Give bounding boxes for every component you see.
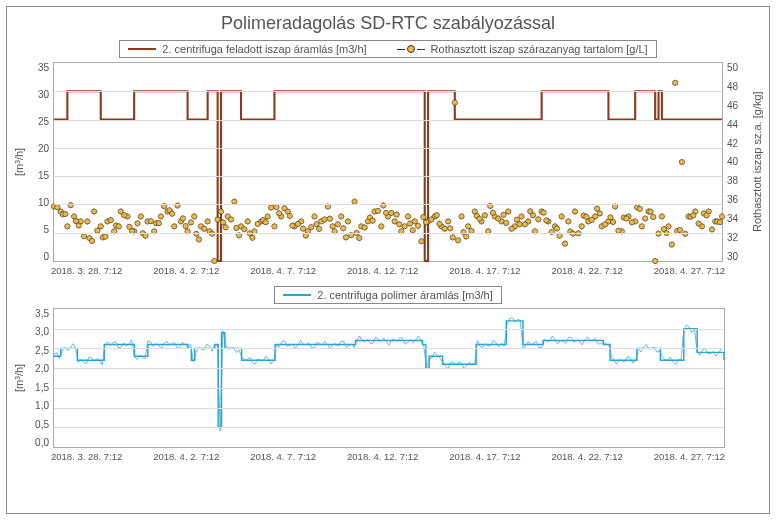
svg-point-255	[170, 211, 175, 216]
svg-point-421	[541, 210, 546, 215]
svg-point-383	[455, 238, 460, 243]
svg-point-399	[490, 210, 495, 215]
svg-point-49	[205, 219, 210, 224]
svg-point-307	[287, 213, 292, 218]
svg-point-121	[445, 219, 450, 224]
svg-point-231	[116, 224, 121, 229]
svg-point-139	[506, 209, 511, 214]
svg-point-287	[242, 227, 247, 232]
svg-point-401	[496, 216, 501, 221]
svg-point-225	[103, 234, 108, 239]
svg-point-373	[434, 213, 439, 218]
svg-point-209	[63, 211, 68, 216]
spacer	[751, 308, 763, 448]
svg-point-267	[196, 237, 201, 242]
svg-point-45	[192, 214, 197, 219]
svg-point-5	[65, 224, 70, 229]
svg-point-365	[415, 223, 420, 228]
svg-point-445	[594, 206, 599, 211]
svg-point-109	[405, 214, 410, 219]
svg-point-371	[429, 217, 434, 222]
svg-point-53	[218, 209, 223, 214]
svg-point-293	[255, 221, 260, 226]
svg-point-419	[536, 217, 541, 222]
svg-point-377	[442, 226, 447, 231]
top-y-left-label: [m³/h]	[13, 62, 25, 262]
legend-label: Rothasztott iszap szárazanyag tartalom […	[431, 43, 648, 55]
svg-point-249	[156, 221, 161, 226]
svg-point-359	[402, 224, 407, 229]
svg-point-495	[704, 213, 709, 218]
svg-point-275	[215, 217, 220, 222]
svg-point-317	[308, 225, 313, 230]
swatch-line-brown	[128, 48, 156, 50]
top-legend: 2. centrifuga feladott iszap áramlás [m3…	[119, 40, 656, 58]
svg-point-341	[362, 225, 367, 230]
svg-point-347	[375, 208, 380, 213]
svg-point-479	[669, 242, 674, 247]
svg-point-431	[562, 241, 567, 246]
svg-point-381	[450, 235, 455, 240]
svg-point-361	[407, 221, 412, 226]
legend-label: 2. centrifuga polimer áramlás [m3/h]	[317, 289, 492, 301]
svg-point-263	[188, 220, 193, 225]
bot-y-left-label: [m³/h]	[13, 308, 25, 448]
top-y-right-label: Rothasztott iszap sz.a. [g/kg]	[751, 62, 763, 262]
svg-point-501	[717, 220, 722, 225]
svg-point-227	[108, 218, 113, 223]
svg-point-461	[629, 220, 634, 225]
svg-point-459	[624, 216, 629, 221]
svg-point-465	[637, 206, 642, 211]
svg-point-407	[509, 226, 514, 231]
svg-point-447	[597, 211, 602, 216]
svg-point-127	[465, 224, 470, 229]
svg-point-299	[268, 205, 273, 210]
top-plot-area	[53, 62, 723, 262]
svg-point-283	[234, 225, 239, 230]
svg-point-325	[327, 216, 332, 221]
svg-point-321	[316, 226, 321, 231]
svg-point-367	[421, 215, 426, 220]
svg-point-113	[419, 239, 424, 244]
svg-point-355	[394, 212, 399, 217]
svg-point-219	[89, 239, 94, 244]
svg-point-81	[312, 214, 317, 219]
svg-point-279	[223, 225, 228, 230]
svg-point-91	[345, 219, 350, 224]
svg-point-393	[477, 216, 482, 221]
svg-point-395	[482, 213, 487, 218]
svg-point-57	[232, 199, 237, 204]
svg-point-451	[608, 215, 613, 220]
svg-point-405	[504, 220, 509, 225]
svg-point-67	[265, 214, 270, 219]
svg-point-329	[335, 222, 340, 227]
legend-item-polymer: 2. centrifuga polimer áramlás [m3/h]	[283, 289, 492, 301]
svg-point-243	[143, 233, 148, 238]
bot-y-left-axis: 3,53,02,52,01,51,00,50,0	[27, 308, 53, 448]
svg-point-269	[202, 226, 207, 231]
svg-point-403	[501, 212, 506, 217]
svg-point-467	[642, 216, 647, 221]
svg-point-309	[290, 223, 295, 228]
top-chart: 2. centrifuga feladott iszap áramlás [m3…	[13, 40, 763, 276]
swatch-line-blue	[283, 294, 311, 296]
svg-point-291	[250, 235, 255, 240]
svg-point-215	[76, 223, 81, 228]
svg-point-61	[245, 219, 250, 224]
bottom-chart: 2. centrifuga polimer áramlás [m3/h] [m³…	[13, 286, 763, 462]
svg-point-327	[330, 224, 335, 229]
top-x-axis: 2018. 3. 28. 7:122018. 4. 2. 7:122018. 4…	[51, 265, 725, 276]
svg-point-491	[696, 221, 701, 226]
svg-point-351	[383, 210, 388, 215]
svg-point-277	[220, 220, 225, 225]
svg-point-69	[272, 224, 277, 229]
svg-point-319	[314, 222, 319, 227]
svg-point-311	[295, 221, 300, 226]
svg-point-13	[85, 219, 90, 224]
svg-point-261	[183, 223, 188, 228]
bot-plot-area	[53, 308, 725, 448]
svg-point-333	[343, 235, 348, 240]
svg-point-15	[91, 209, 96, 214]
svg-point-189	[673, 80, 678, 85]
svg-point-203	[719, 214, 724, 219]
